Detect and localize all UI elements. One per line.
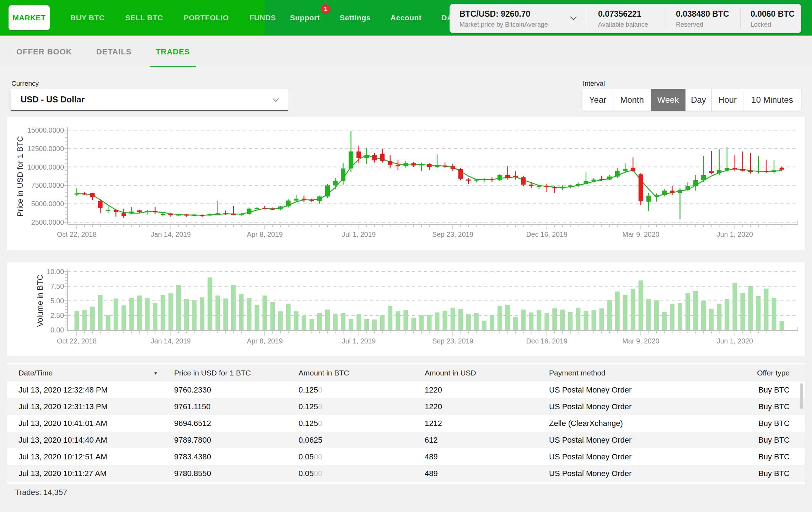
svg-text:Sep 23, 2019: Sep 23, 2019 [432, 337, 473, 345]
price-pair-selector[interactable]: BTC/USD: 9260.70 Market price by Bitcoin… [450, 4, 588, 33]
interval-toggle-group: YearMonthWeekDayHour10 Minutes [582, 89, 801, 111]
bisq-market-trades-page: { "colors": { "nav_green": "#07b307", "n… [0, 0, 812, 512]
trade-datetime: Jul 13, 2020 10:11:27 AM [18, 465, 107, 482]
reserved-stat: 0.038480 BTC Reserved [666, 4, 740, 33]
trades-table-header: Date/Time▼Price in USD for 1 BTCAmount i… [7, 364, 805, 382]
trade-offer-type: Buy BTC [758, 415, 790, 432]
trade-row: Jul 13, 2020 10:12:51 AM9783.43800.05004… [7, 448, 805, 465]
svg-text:Jun 1, 2020: Jun 1, 2020 [717, 337, 753, 345]
currency-select[interactable]: USD - US Dollar [11, 89, 288, 111]
tab-details[interactable]: DETAILS [91, 36, 137, 68]
column-header-offer-type[interactable]: Offer type [757, 364, 790, 382]
nav-item-portfolio[interactable]: PORTFOLIO [184, 14, 229, 22]
interval-button-year[interactable]: Year [582, 89, 613, 111]
table-scrollbar-thumb[interactable] [800, 383, 803, 409]
currency-label: Currency [11, 80, 39, 87]
trade-payment-method: US Postal Money Order [549, 382, 631, 398]
svg-text:Mar 9, 2020: Mar 9, 2020 [622, 230, 659, 238]
svg-text:Jan 14, 2019: Jan 14, 2019 [151, 337, 191, 345]
nav-slot-account: Account [391, 14, 422, 22]
locked-value: 0.0060 BTC [751, 9, 801, 19]
svg-text:7500.0000: 7500.0000 [31, 181, 64, 189]
trade-payment-method: US Postal Money Order [549, 398, 631, 415]
main-nav-items: MARKETBUY BTCSELL BTCPORTFOLIOFUNDS [0, 0, 276, 36]
trade-payment-method: Zelle (ClearXchange) [549, 415, 623, 432]
interval-button-hour[interactable]: Hour [712, 89, 743, 111]
market-tabbar: OFFER BOOKDETAILSTRADES [0, 36, 812, 68]
svg-text:Apr 8, 2019: Apr 8, 2019 [247, 230, 283, 238]
locked-label: Locked [751, 21, 801, 28]
trade-amount-usd: 612 [425, 432, 438, 448]
nav-item-sell-btc[interactable]: SELL BTC [125, 14, 163, 22]
trade-amount-usd: 489 [425, 465, 438, 482]
svg-text:12500.0000: 12500.0000 [27, 145, 64, 153]
trade-price: 9761.1150 [174, 398, 210, 415]
nav-item-buy-btc[interactable]: BUY BTC [70, 14, 104, 22]
trade-row: Jul 13, 2020 10:41:01 AM9694.65120.12501… [7, 415, 805, 432]
svg-text:Oct 22, 2018: Oct 22, 2018 [57, 337, 97, 345]
trade-row: Jul 13, 2020 10:14:40 AM9789.78000.06256… [7, 432, 805, 448]
available-balance-value: 0.07356221 [598, 9, 666, 19]
trade-datetime: Jul 13, 2020 10:12:51 AM [18, 448, 107, 465]
locked-stat: 0.0060 BTC Locked [741, 4, 801, 33]
interval-button-day[interactable]: Day [685, 89, 712, 111]
trade-price: 9694.6512 [174, 415, 211, 432]
svg-text:Mar 9, 2020: Mar 9, 2020 [622, 337, 659, 345]
svg-text:Price in USD for 1 BTC: Price in USD for 1 BTC [16, 136, 25, 217]
column-header-price-in-usd-for-1-btc[interactable]: Price in USD for 1 BTC [174, 364, 251, 382]
column-header-label: Amount in BTC [299, 369, 349, 377]
trade-row: Jul 13, 2020 12:31:13 PM9761.11500.12501… [7, 398, 805, 415]
trade-amount-btc: 0.1250 [299, 398, 322, 415]
trade-payment-method: US Postal Money Order [549, 448, 631, 465]
trades-count-footer: Trades: 14,357 [15, 488, 67, 497]
tab-offer-book[interactable]: OFFER BOOK [11, 36, 78, 68]
available-balance-label: Available balance [598, 21, 666, 28]
tab-trades[interactable]: TRADES [150, 36, 195, 68]
svg-text:Dec 16, 2019: Dec 16, 2019 [526, 337, 568, 345]
reserved-label: Reserved [676, 21, 740, 28]
nav-item-support[interactable]: Support [290, 14, 320, 22]
trade-amount-usd: 1220 [425, 398, 442, 415]
interval-button-week[interactable]: Week [651, 89, 685, 111]
pair-price-source: Market price by BitcoinAverage [459, 21, 588, 28]
nav-item-account[interactable]: Account [391, 14, 422, 22]
trade-row: Jul 13, 2020 12:32:48 PM9760.23300.12501… [7, 382, 805, 398]
nav-slot-settings: Settings [340, 14, 371, 22]
currency-selected-value: USD - US Dollar [21, 95, 85, 105]
trade-amount-btc: 0.1250 [299, 415, 322, 432]
top-nav: MARKETBUY BTCSELL BTCPORTFOLIOFUNDS Supp… [0, 0, 812, 36]
svg-text:Oct 22, 2018: Oct 22, 2018 [57, 230, 97, 238]
trade-offer-type: Buy BTC [758, 382, 790, 398]
trade-amount-btc: 0.0625 [299, 432, 322, 448]
column-header-amount-in-usd[interactable]: Amount in USD [425, 364, 476, 382]
trade-amount-usd: 1212 [425, 415, 442, 432]
column-header-label: Offer type [757, 369, 790, 377]
trade-amount-btc: 0.0500 [299, 448, 322, 465]
trade-price: 9780.8550 [174, 465, 211, 482]
column-header-date-time[interactable]: Date/Time [18, 364, 53, 382]
nav-item-settings[interactable]: Settings [340, 14, 371, 22]
column-header-label: Price in USD for 1 BTC [174, 369, 251, 377]
column-header-amount-in-btc[interactable]: Amount in BTC [299, 364, 349, 382]
trade-payment-method: US Postal Money Order [549, 465, 631, 482]
secondary-nav-items: Support1SettingsAccountDAO [270, 0, 459, 36]
svg-text:2.50: 2.50 [50, 311, 64, 319]
sort-descending-icon: ▼ [153, 370, 158, 376]
trade-price: 9783.4380 [174, 448, 211, 465]
column-header-payment-method[interactable]: Payment method [549, 364, 606, 382]
nav-item-market[interactable]: MARKET [9, 5, 50, 30]
trade-payment-method: US Postal Money Order [549, 432, 631, 448]
column-header-label: Amount in USD [425, 369, 476, 377]
interval-button-10-minutes[interactable]: 10 Minutes [743, 89, 801, 111]
trades-table: Date/Time▼Price in USD for 1 BTCAmount i… [7, 363, 805, 484]
trade-datetime: Jul 13, 2020 10:41:01 AM [18, 415, 107, 432]
svg-text:5.00: 5.00 [50, 297, 64, 305]
trade-amount-btc: 0.1250 [299, 382, 322, 398]
reserved-value: 0.038480 BTC [676, 9, 740, 19]
interval-button-month[interactable]: Month [613, 89, 651, 111]
column-header-label: Payment method [549, 369, 606, 377]
trade-amount-usd: 489 [425, 448, 438, 465]
interval-label: Interval [583, 80, 605, 87]
trade-row: Jul 13, 2020 10:11:27 AM9780.85500.05004… [7, 465, 805, 482]
trade-datetime: Jul 13, 2020 12:32:48 PM [18, 382, 108, 398]
